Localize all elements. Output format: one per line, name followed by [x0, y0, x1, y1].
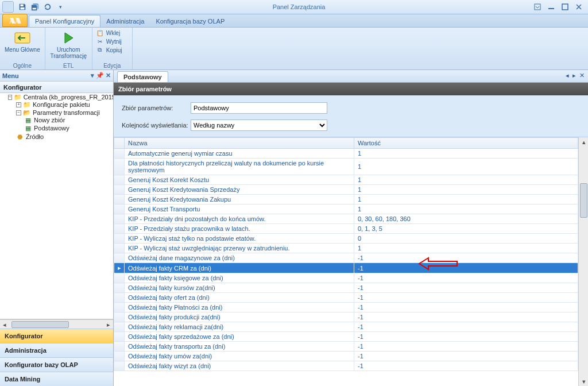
tab-konfiguracja-olap[interactable]: Konfiguracja bazy OLAP — [150, 16, 230, 27]
panel-pin-icon[interactable]: 📌 — [96, 72, 104, 79]
file-menu-button[interactable] — [2, 14, 28, 27]
cell-nazwa[interactable]: Automatycznie generuj wymiar czasu — [125, 149, 354, 159]
cell-nazwa[interactable]: Odświeżaj fakty transportu za (dni) — [125, 342, 354, 352]
cell-nazwa[interactable]: Odświeżaj fakty ofert za (dni) — [125, 293, 354, 303]
cell-wartosc[interactable]: 1 — [354, 175, 578, 185]
table-row[interactable]: Odświeżaj fakty produkcji za(dni)-1 — [114, 312, 578, 322]
cell-wartosc[interactable]: -1 — [354, 253, 578, 263]
table-row[interactable]: Automatycznie generuj wymiar czasu1 — [114, 149, 578, 159]
col-nazwa[interactable]: Nazwa — [125, 138, 354, 149]
refresh-icon[interactable] — [43, 2, 52, 11]
nav-konfigurator-olap[interactable]: Konfigurator bazy OLAP — [0, 357, 113, 372]
table-row[interactable]: Odświeżaj fakty księgowe za (dni)-1 — [114, 273, 578, 283]
scroll-left-icon[interactable]: ◂ — [0, 320, 9, 329]
table-row[interactable]: KIP - Przedziały dni pozostałych do końc… — [114, 214, 578, 224]
nav-group-konfigurator-header[interactable]: Konfigurator — [0, 82, 113, 93]
cell-wartosc[interactable]: 0, 30, 60, 180, 360 — [354, 214, 578, 224]
cell-wartosc[interactable]: -1 — [354, 312, 578, 322]
tab-panel-konfiguracyjny[interactable]: Panel Konfiguracyjny — [29, 15, 100, 27]
table-row[interactable]: KIP - Wyliczaj staż tylko na podstawie e… — [114, 234, 578, 244]
cell-wartosc[interactable]: -1 — [354, 263, 578, 273]
panel-dropdown-icon[interactable]: ▾ — [91, 72, 94, 79]
cell-nazwa[interactable]: Generuj Koszt Transportu — [125, 204, 354, 214]
tree-podstawowy[interactable]: ▦ Podstawowy — [24, 125, 113, 132]
table-row[interactable]: Generuj Koszt Transportu1 — [114, 204, 578, 214]
qat-customize-icon[interactable]: ▾ — [56, 2, 65, 11]
cell-wartosc[interactable]: 1 — [354, 159, 578, 175]
kopiuj-button[interactable]: ⧉Kopiuj — [96, 46, 122, 54]
cell-nazwa[interactable]: Odświeżaj fakty Płatności za (dni) — [125, 303, 354, 312]
save-all-icon[interactable] — [30, 2, 40, 11]
cell-nazwa[interactable]: Generuj Koszt Kredytowania Zakupu — [125, 195, 354, 204]
table-row[interactable]: Odświeżaj fakty Płatności za (dni)-1 — [114, 303, 578, 312]
tab-administracja[interactable]: Administracja — [100, 16, 150, 27]
tree-zrodlo[interactable]: ⬣ Źródło — [16, 133, 113, 140]
nav-data-mining[interactable]: Data Mining — [0, 372, 113, 386]
table-row[interactable]: Odświeżaj fakty sprzedażowe za (dni)-1 — [114, 332, 578, 342]
tree-collapse-icon[interactable]: − — [16, 110, 21, 115]
cell-wartosc[interactable]: -1 — [354, 283, 578, 293]
col-wartosc[interactable]: Wartość — [354, 138, 578, 149]
table-row[interactable]: Odświeżaj fakty kursów za(dni)-1 — [114, 283, 578, 293]
doc-tab-close-icon[interactable]: ✕ — [579, 72, 585, 79]
cell-wartosc[interactable]: 1 — [354, 195, 578, 204]
tree-expand-icon[interactable]: + — [16, 102, 21, 107]
table-row[interactable]: Odświeżaj fakty reklamacji za(dni)-1 — [114, 322, 578, 332]
scroll-right-icon[interactable]: ▸ — [104, 320, 113, 329]
table-row[interactable]: Generuj Koszt Korekt Kosztu1 — [114, 175, 578, 185]
cell-wartosc[interactable]: -1 — [354, 273, 578, 283]
cell-wartosc[interactable]: 1 — [354, 204, 578, 214]
table-row[interactable]: Generuj Koszt Kredytowania Zakupu1 — [114, 195, 578, 204]
cell-wartosc[interactable]: 1 — [354, 149, 578, 159]
cell-wartosc[interactable]: -1 — [354, 293, 578, 303]
cell-nazwa[interactable]: Odświeżaj fakty produkcji za(dni) — [125, 312, 354, 322]
cell-nazwa[interactable]: Generuj Koszt Korekt Kosztu — [125, 175, 354, 185]
cell-nazwa[interactable]: Odświeżaj fakty umów za(dni) — [125, 352, 354, 361]
save-icon[interactable] — [18, 2, 27, 11]
cell-wartosc[interactable]: -1 — [354, 352, 578, 361]
ribbon-help-icon[interactable] — [533, 3, 542, 11]
parameter-grid[interactable]: Nazwa Wartość Automatycznie generuj wymi… — [114, 137, 578, 371]
cell-nazwa[interactable]: KIP - Wyliczaj staż tylko na podstawie e… — [125, 234, 354, 244]
nav-administracja[interactable]: Administracja — [0, 343, 113, 357]
cell-nazwa[interactable]: Generuj Koszt Kredytowania Sprzedaży — [125, 185, 354, 195]
tree-collapse-icon[interactable]: − — [8, 95, 12, 100]
wytnij-button[interactable]: ✂Wytnij — [96, 37, 122, 45]
table-row[interactable]: Dla płatności historycznych przeliczaj w… — [114, 159, 578, 175]
cell-nazwa[interactable]: Odświeżaj dane magazynowe za (dni) — [125, 253, 354, 263]
cell-nazwa[interactable]: Dla płatności historycznych przeliczaj w… — [125, 159, 354, 175]
kolejnosc-select[interactable]: Według nazwy — [191, 119, 327, 131]
table-row[interactable]: Generuj Koszt Kredytowania Sprzedaży1 — [114, 185, 578, 195]
cell-wartosc[interactable]: 0 — [354, 234, 578, 244]
tree-nowy-zbior[interactable]: ▦ Nowy zbiór — [24, 117, 113, 123]
close-icon[interactable] — [574, 3, 583, 11]
zbior-input[interactable] — [191, 102, 327, 114]
cell-wartosc[interactable]: -1 — [354, 332, 578, 342]
grid-vertical-scrollbar[interactable]: ▴ ▾ — [578, 137, 588, 386]
table-row[interactable]: KIP - Przedziały stażu pracownika w lata… — [114, 224, 578, 234]
cell-wartosc[interactable]: -1 — [354, 342, 578, 352]
minimize-icon[interactable] — [547, 3, 556, 11]
scroll-down-icon[interactable]: ▾ — [579, 377, 588, 386]
tree-horizontal-scrollbar[interactable]: ◂ ▸ — [0, 319, 113, 329]
cell-wartosc[interactable]: -1 — [354, 361, 578, 371]
table-row[interactable]: Odświeżaj fakty wizyt za (dni)-1 — [114, 361, 578, 371]
table-row[interactable]: Odświeżaj fakty ofert za (dni)-1 — [114, 293, 578, 303]
config-tree[interactable]: − 📁 Centrala (kb_progress_FR_2015 + 📁 Ko… — [0, 93, 113, 319]
cell-nazwa[interactable]: KIP - Przedziały stażu pracownika w lata… — [125, 224, 354, 234]
cell-nazwa[interactable]: Odświeżaj fakty CRM za (dni) — [125, 263, 354, 273]
scroll-thumb[interactable] — [11, 321, 69, 328]
scroll-up-icon[interactable]: ▴ — [579, 137, 588, 146]
cell-nazwa[interactable]: Odświeżaj fakty kursów za(dni) — [125, 283, 354, 293]
table-row[interactable]: KIP - Wyliczaj staż uwzględniając przerw… — [114, 244, 578, 253]
tree-konfiguracje-pakietu[interactable]: + 📁 Konfiguracje pakietu — [16, 101, 113, 108]
uruchom-transformacje-button[interactable]: Uruchom Transformację — [49, 29, 88, 59]
cell-nazwa[interactable]: Odświeżaj fakty księgowe za (dni) — [125, 273, 354, 283]
scroll-thumb[interactable] — [580, 183, 587, 218]
system-menu-button[interactable] — [2, 1, 14, 13]
cell-nazwa[interactable]: KIP - Przedziały dni pozostałych do końc… — [125, 214, 354, 224]
cell-wartosc[interactable]: -1 — [354, 322, 578, 332]
menu-glowne-button[interactable]: Menu Główne — [3, 29, 41, 53]
table-row[interactable]: Odświeżaj fakty transportu za (dni)-1 — [114, 342, 578, 352]
cell-wartosc[interactable]: -1 — [354, 303, 578, 312]
